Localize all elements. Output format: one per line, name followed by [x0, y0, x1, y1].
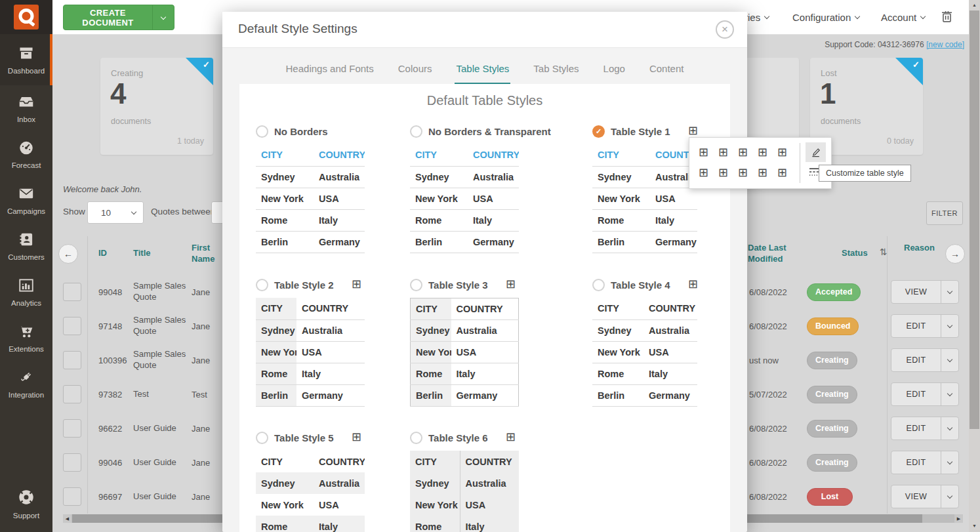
edit-button[interactable]: EDIT: [891, 348, 959, 372]
table-grid-icon[interactable]: ⊞: [738, 167, 748, 178]
table-grid-icon[interactable]: ⊞: [352, 277, 361, 291]
sidebar-item-customers[interactable]: Customers: [0, 223, 52, 269]
style-radio[interactable]: [256, 125, 268, 138]
row-checkbox[interactable]: [63, 351, 81, 369]
table-grid-icon[interactable]: ⊞: [688, 123, 698, 138]
style-radio[interactable]: [410, 432, 422, 444]
table-grid-icon[interactable]: ⊞: [699, 146, 708, 158]
modal-tab-bar: Headings and Fonts Colours Table Styles …: [222, 59, 747, 85]
status-badge: Creating: [807, 454, 857, 472]
view-button[interactable]: VIEW: [891, 280, 959, 304]
vertical-scrollbar[interactable]: ▲ ▼: [969, 0, 980, 532]
tab-logo[interactable]: Logo: [602, 59, 626, 85]
style-radio-selected[interactable]: ✓: [592, 125, 605, 138]
close-icon[interactable]: ×: [716, 20, 734, 39]
stat-card-creating[interactable]: Creating 4 documents 1 today ✓: [100, 58, 213, 155]
column-header-reason-lost[interactable]: Reason Lost: [904, 243, 935, 254]
sidebar-item-support[interactable]: Support: [0, 478, 52, 530]
menu-item-truncated[interactable]: ries: [745, 0, 769, 34]
chevron-down-icon[interactable]: [941, 315, 958, 337]
table-grid-icon[interactable]: ⊞: [758, 146, 767, 158]
style-radio[interactable]: [410, 279, 422, 291]
table-grid-icon[interactable]: ⊞: [758, 167, 767, 178]
show-count-select[interactable]: 10: [87, 201, 144, 224]
table-grid-icon[interactable]: ⊞: [506, 277, 516, 291]
sidebar-item-extentions[interactable]: Extentions: [0, 315, 52, 361]
column-header-status[interactable]: Status: [842, 248, 868, 259]
table-row: 6/08/2022 Accepted VIEW: [747, 275, 959, 309]
inbox-tray-icon: [18, 93, 35, 113]
table-grid-icon[interactable]: ⊞: [718, 167, 728, 178]
sidebar-item-inbox[interactable]: Inbox: [0, 85, 52, 131]
row-checkbox[interactable]: [63, 487, 81, 506]
edit-button[interactable]: EDIT: [891, 451, 959, 474]
chevron-down-icon[interactable]: [941, 485, 958, 508]
table-grid-icon[interactable]: ⊞: [738, 146, 748, 158]
edit-pencil-icon[interactable]: [806, 142, 826, 162]
support-code: Support Code: 04312-36976 [new code]: [825, 40, 964, 49]
scroll-left-icon[interactable]: ◀: [63, 514, 71, 523]
forward-arrow-icon[interactable]: →: [945, 244, 965, 264]
style-radio[interactable]: [592, 279, 605, 291]
row-checkbox[interactable]: [63, 283, 81, 301]
edit-button[interactable]: EDIT: [891, 314, 959, 338]
view-button[interactable]: VIEW: [891, 485, 959, 508]
back-arrow-icon[interactable]: ←: [58, 244, 78, 264]
chevron-down-icon[interactable]: [941, 451, 958, 474]
menu-item-account[interactable]: Account: [881, 0, 925, 34]
table-grid-icon[interactable]: ⊞: [352, 430, 361, 444]
tab-tab-styles[interactable]: Tab Styles: [532, 59, 580, 85]
table-row: 99046 User Guide Jane: [63, 445, 222, 480]
table-grid-icon[interactable]: ⊞: [777, 146, 787, 158]
address-book-icon: [18, 231, 35, 251]
chevron-down-icon[interactable]: [941, 349, 958, 371]
filter-button[interactable]: FILTER: [926, 201, 963, 225]
trash-icon[interactable]: [941, 10, 953, 26]
tab-headings-and-fonts[interactable]: Headings and Fonts: [285, 59, 375, 85]
sidebar-item-campaigns[interactable]: Campaigns: [0, 177, 52, 223]
edit-button[interactable]: EDIT: [891, 417, 959, 440]
row-checkbox[interactable]: [63, 317, 81, 335]
scrollbar-thumb[interactable]: [970, 10, 979, 429]
style-radio[interactable]: [256, 432, 268, 444]
envelope-icon: [18, 185, 35, 205]
tab-table-styles[interactable]: Table Styles: [455, 59, 510, 85]
row-checkbox[interactable]: [63, 419, 81, 438]
sidebar-item-dashboard[interactable]: Dashboard: [0, 34, 52, 85]
style-radio[interactable]: [256, 279, 268, 291]
column-header-first-name[interactable]: First Name: [192, 243, 222, 265]
chevron-down-icon[interactable]: [941, 281, 958, 303]
create-document-label: CREATE DOCUMENT: [64, 8, 152, 28]
new-code-link[interactable]: [new code]: [926, 40, 964, 49]
sample-table: CITYCOUNTRY SydneyAustralia New YorkUSA …: [410, 451, 519, 532]
edit-button[interactable]: EDIT: [891, 382, 959, 406]
sidebar-item-forecast[interactable]: Forecast: [0, 131, 52, 177]
chevron-down-icon[interactable]: [941, 383, 958, 405]
chevron-down-icon[interactable]: [941, 417, 958, 440]
sample-table: CITYCOUNTRY SydneyAustralia New YorkUSA …: [256, 451, 365, 532]
scroll-up-icon[interactable]: ▲: [969, 0, 980, 10]
scroll-right-icon[interactable]: ▶: [954, 514, 963, 523]
tab-colours[interactable]: Colours: [397, 59, 434, 85]
chevron-down-icon: [125, 210, 143, 215]
column-header-date-modified[interactable]: Date Last Modified: [748, 243, 799, 265]
sidebar-item-integration[interactable]: Integration: [0, 361, 52, 407]
menu-item-configuration[interactable]: Configuration: [792, 0, 859, 34]
sort-icon[interactable]: ⇅: [880, 247, 888, 257]
style-radio[interactable]: [410, 125, 422, 138]
table-grid-icon[interactable]: ⊞: [506, 430, 516, 444]
table-style-card-5: Table Style 5 ⊞ CITYCOUNTRY SydneyAustra…: [256, 430, 367, 532]
sidebar-item-analytics[interactable]: Analytics: [0, 269, 52, 315]
table-grid-icon[interactable]: ⊞: [688, 277, 698, 291]
column-header-title[interactable]: Title: [133, 248, 151, 259]
tab-content[interactable]: Content: [648, 59, 685, 85]
app-logo[interactable]: [0, 0, 52, 34]
column-header-id[interactable]: ID: [98, 248, 107, 259]
scroll-down-icon[interactable]: ▼: [969, 521, 980, 531]
row-checkbox[interactable]: [63, 385, 81, 403]
row-checkbox[interactable]: [63, 453, 81, 472]
create-document-button[interactable]: CREATE DOCUMENT: [63, 5, 174, 30]
table-grid-icon[interactable]: ⊞: [699, 167, 708, 178]
table-grid-icon[interactable]: ⊞: [777, 167, 787, 178]
table-grid-icon[interactable]: ⊞: [718, 146, 728, 158]
